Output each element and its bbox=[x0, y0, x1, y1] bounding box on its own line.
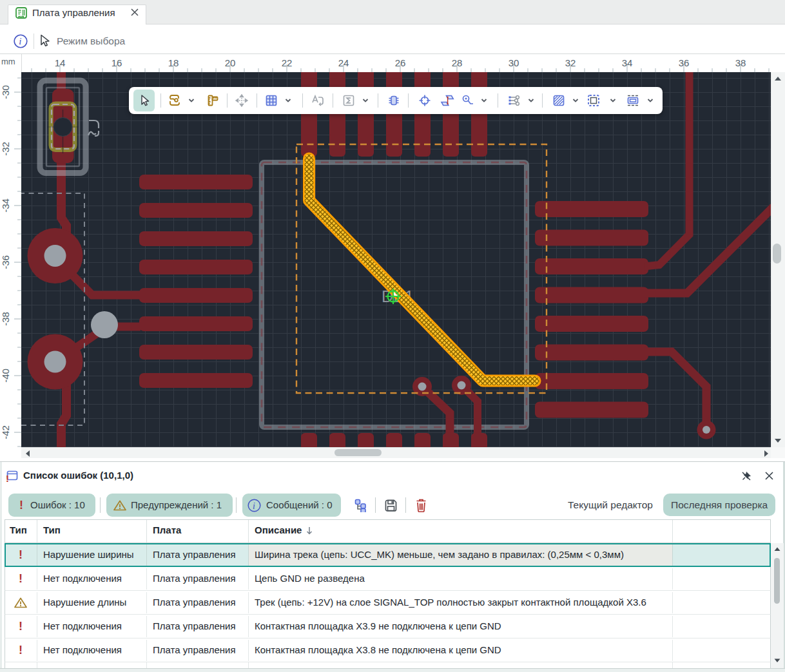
svg-text:i: i bbox=[19, 36, 21, 46]
svg-text:26: 26 bbox=[395, 57, 406, 68]
svg-text:38: 38 bbox=[735, 57, 746, 68]
svg-text:!: ! bbox=[19, 499, 23, 512]
svg-text:-32: -32 bbox=[0, 142, 11, 156]
svg-text:!: ! bbox=[6, 473, 9, 482]
svg-text:36: 36 bbox=[679, 57, 690, 68]
svg-text:28: 28 bbox=[452, 57, 463, 68]
svg-text:-36: -36 bbox=[0, 255, 11, 269]
svg-text:16: 16 bbox=[111, 57, 122, 68]
svg-text:22: 22 bbox=[282, 57, 293, 68]
svg-text:32: 32 bbox=[565, 57, 576, 68]
svg-text:-38: -38 bbox=[0, 312, 11, 326]
svg-text:24: 24 bbox=[338, 57, 349, 68]
svg-text:-34: -34 bbox=[0, 198, 11, 213]
svg-text:20: 20 bbox=[225, 57, 236, 68]
svg-text:34: 34 bbox=[622, 57, 633, 68]
svg-text:-42: -42 bbox=[0, 425, 11, 439]
svg-text:-40: -40 bbox=[0, 369, 11, 383]
svg-text:i: i bbox=[253, 501, 255, 511]
svg-text:14: 14 bbox=[55, 57, 66, 68]
svg-text:30: 30 bbox=[509, 57, 519, 68]
svg-text:-30: -30 bbox=[0, 85, 11, 99]
svg-text:18: 18 bbox=[168, 57, 179, 68]
